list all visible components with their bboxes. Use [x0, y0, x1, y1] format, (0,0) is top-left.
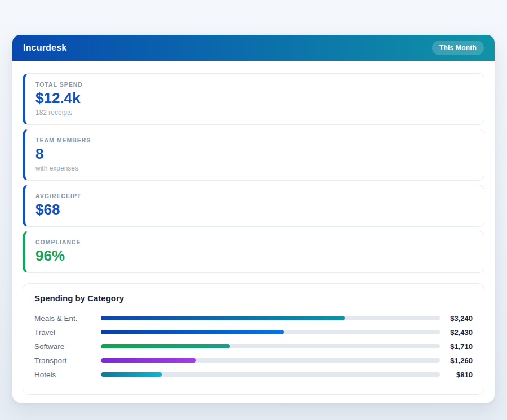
stat-value: $68: [35, 202, 474, 218]
bar-track: [101, 372, 440, 377]
chart-category-label: Transport: [34, 356, 101, 365]
stats-section: TOTAL SPEND $12.4k 182 receipts TEAM MEM…: [23, 73, 484, 273]
chart-row-transport: Transport $1,260: [34, 354, 473, 368]
chart-row-travel: Travel $2,430: [34, 325, 473, 339]
stat-card-total-spend: TOTAL SPEND $12.4k 182 receipts: [23, 73, 484, 125]
chart-title: Spending by Category: [34, 293, 473, 303]
bar-track: [101, 330, 440, 334]
stat-sublabel: with expenses: [35, 164, 474, 172]
bar-fill-meals: [101, 316, 345, 320]
chart-value-label: $810: [440, 370, 473, 379]
bar-fill-hotels: [101, 372, 162, 377]
chart-row-meals: Meals & Ent. $3,240: [34, 311, 473, 325]
stat-card-avg-receipt: AVG/RECEIPT $68: [23, 185, 484, 227]
stat-label: AVG/RECEIPT: [35, 193, 474, 199]
bar-track: [101, 358, 440, 363]
chart-category-label: Meals & Ent.: [34, 314, 101, 323]
bar-fill-transport: [101, 358, 196, 363]
page-background: Incurdesk This Month TOTAL SPEND $12.4k …: [0, 0, 507, 420]
stat-card-team-members: TEAM MEMBERS 8 with expenses: [23, 129, 484, 181]
bar-fill-software: [101, 344, 230, 348]
period-badge[interactable]: This Month: [432, 41, 484, 55]
chart-category-label: Software: [34, 342, 101, 351]
stat-value: $12.4k: [35, 90, 474, 107]
dashboard-card: Incurdesk This Month TOTAL SPEND $12.4k …: [12, 35, 495, 403]
chart-row-software: Software $1,710: [34, 339, 473, 354]
chart-category-label: Travel: [34, 328, 101, 337]
chart-value-label: $3,240: [440, 314, 473, 323]
dashboard-content: TOTAL SPEND $12.4k 182 receipts TEAM MEM…: [12, 61, 495, 403]
stat-sublabel: 182 receipts: [35, 109, 474, 117]
stat-label: COMPLIANCE: [35, 239, 474, 245]
stat-label: TOTAL SPEND: [35, 81, 474, 88]
chart-value-label: $1,260: [440, 356, 473, 365]
bar-track: [101, 316, 440, 320]
bar-fill-travel: [101, 330, 284, 334]
app-title: Incurdesk: [23, 43, 66, 53]
stat-value: 8: [35, 146, 474, 163]
chart-category-label: Hotels: [34, 370, 101, 379]
chart-row-hotels: Hotels $810: [34, 368, 473, 382]
chart-value-label: $1,710: [440, 342, 473, 351]
stat-card-compliance: COMPLIANCE 96%: [23, 231, 484, 273]
app-header: Incurdesk This Month: [12, 35, 495, 61]
spending-by-category-card: Spending by Category Meals & Ent. $3,240…: [23, 283, 484, 395]
stat-value: 96%: [35, 248, 474, 265]
chart-value-label: $2,430: [440, 328, 473, 337]
stat-label: TEAM MEMBERS: [35, 137, 474, 144]
bar-track: [101, 344, 440, 348]
